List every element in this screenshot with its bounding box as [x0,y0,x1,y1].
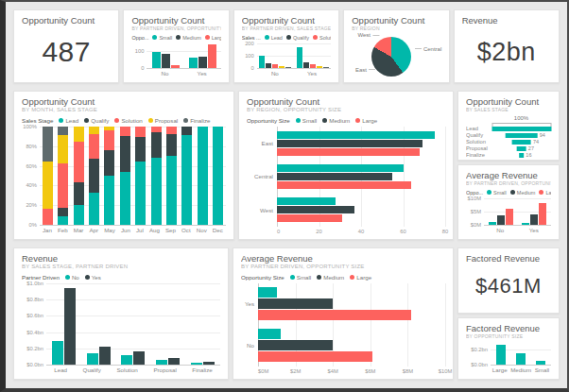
bar-groups [46,283,220,365]
x-tick-label: $8M [403,368,413,374]
funnel-row-proposal[interactable]: Proposal27 [466,145,551,152]
bar-group-no[interactable] [152,43,180,68]
legend-item-large[interactable]: Large [205,35,221,41]
bar-group-large[interactable] [496,342,506,365]
legend-item-large[interactable]: Large [355,117,377,124]
bar-group-solution[interactable] [121,283,145,365]
bar-group-jul[interactable] [135,127,146,225]
tile-average-revenue-columns[interactable]: Average RevenueBY PARTNER DRIVEN, OPPORT… [457,164,560,240]
bar-group-yes[interactable] [522,198,546,225]
bar-group-proposal[interactable] [156,283,180,365]
legend-item-small[interactable]: Small [487,190,507,196]
bar-group-small[interactable] [536,342,545,365]
bar-group-yes[interactable] [189,43,216,68]
funnel-row-lead[interactable]: Lead [466,126,551,132]
legend-dot-icon [355,118,360,123]
legend-dot-icon [84,118,89,123]
funnel-bar-value: 16 [526,152,531,158]
pie-circle[interactable] [371,37,411,77]
legend-dot-icon [148,118,153,123]
bar-group-aug[interactable] [151,127,162,225]
funnel: 100%LeadQualify94Solution74Proposal27Fin… [466,115,551,161]
legend-item-medium[interactable]: Medium [176,35,201,41]
bar-group-jan[interactable] [43,127,53,225]
bar-groups [484,198,551,225]
legend-item-large[interactable]: Large [539,190,551,196]
bar-large [258,351,372,362]
bar-group-jun[interactable] [120,127,130,225]
legend-item-medium[interactable]: Medium [322,117,350,124]
bar-group-lead[interactable] [52,283,76,365]
chart-area: YesNo [241,283,445,366]
bar-group-feb[interactable] [58,127,68,225]
bar-group-no[interactable] [489,198,513,225]
tile-opportunity-count-funnel[interactable]: Opportunity CountBY SALES STAGE100%LeadQ… [457,91,560,161]
tile-header: Factored RevenueBY OPPORTUNITY SIZE [466,323,551,340]
x-tick-label: 20 [316,229,321,234]
x-tick-label: Feb [58,227,68,235]
stacked-column [151,127,162,225]
bar-small [522,223,529,225]
funnel-stage-label: Finalize [466,152,491,158]
legend-item-small[interactable]: Small [290,274,311,281]
bar-group-medium[interactable] [516,342,526,365]
tile-factored-revenue-by-size[interactable]: Factored RevenueBY OPPORTUNITY SIZE$0.2b… [457,317,560,380]
legend-item-qualify[interactable]: Qualify [286,35,309,41]
bar-row-yes[interactable] [258,287,445,320]
bar-row-east[interactable] [277,131,445,156]
legend-item-lead[interactable]: Lead [265,35,283,41]
bar-group-yes[interactable] [297,43,329,68]
tile-opportunity-count-by-region-size[interactable]: Opportunity CountBY REGION, OPPORTUNITY … [238,91,454,240]
legend-item-medium[interactable]: Medium [317,274,344,281]
legend-item-small[interactable]: Small [152,35,172,41]
bar-row-no[interactable] [258,329,445,362]
funnel-row-finalize[interactable]: Finalize16 [466,152,551,159]
tile-opportunity-count-by-partner-driven-size[interactable]: Opportunity CountBY PARTNER DRIVEN, OPPO… [123,9,229,83]
bar-group-oct[interactable] [181,127,192,225]
bar-group-no[interactable] [259,43,291,68]
bar-group-mar[interactable] [74,127,84,225]
x-tick-label: Medium [510,366,531,375]
legend-dot-icon [65,275,70,280]
legend-item-no[interactable]: No [65,274,79,281]
legend: Opportunity SizeSmallMediumLarge [241,274,445,281]
legend-item-solution[interactable]: Solution [114,117,142,124]
legend-item-medium[interactable]: Medium [510,190,536,196]
legend-item-large[interactable]: Large [350,274,371,281]
legend-item-finalize[interactable]: Finalize [183,117,210,124]
segment-lead [120,172,130,225]
legend-item-solution[interactable]: Solution [313,35,331,41]
legend-item-small[interactable]: Small [296,117,317,124]
tile-average-revenue-hbars[interactable]: Average RevenueBY PARTNER DRIVEN, OPPORT… [233,247,454,380]
legend-item-lead[interactable]: Lead [59,117,78,124]
tile-opportunity-count-card[interactable]: Opportunity Count487 [13,9,119,83]
legend-item-yes[interactable]: Yes [85,274,101,281]
bar-row-west[interactable] [277,197,445,222]
tile-header: Opportunity CountBY PARTNER DRIVEN, OPPO… [131,15,220,32]
bar-group-sep[interactable] [166,127,177,225]
bar-group-finalize[interactable] [191,283,215,365]
y-tick-label: 100 [135,48,145,54]
tile-revenue-by-sales-stage[interactable]: RevenueBY SALES STAGE, PARTNER DRIVENPar… [13,247,229,380]
bar-row-central[interactable] [277,164,445,189]
tile-opportunity-count-by-month-sales-stage[interactable]: Opportunity CountBY MONTH, SALES STAGESa… [13,91,234,240]
funnel-row-qualify[interactable]: Qualify94 [466,132,551,139]
tile-opportunity-count-by-region-pie[interactable]: Opportunity CountBY REGIONCentralEastWes… [343,9,449,83]
bar-group-dec[interactable] [213,127,223,225]
legend-item-qualify[interactable]: Qualify [84,117,109,124]
chart-area: $10M$5M$0M [466,198,551,225]
x-tick-label: $0M [258,368,268,374]
segment-finalize [58,127,68,135]
tile-factored-revenue-card[interactable]: Factored Revenue$461M [457,247,560,314]
legend-item-proposal[interactable]: Proposal [148,117,178,124]
tile-revenue-card[interactable]: Revenue$2bn [454,9,560,83]
stacked-column [89,127,99,225]
bar-group-may[interactable] [104,127,114,225]
bar-group-qualify[interactable] [87,283,111,365]
segment-solution [135,127,146,137]
tile-opportunity-count-by-partner-driven-stage[interactable]: Opportunity CountBY PARTNER DRIVEN, SALE… [233,9,339,83]
bar-no [156,360,167,365]
funnel-row-solution[interactable]: Solution74 [466,139,551,145]
bar-group-nov[interactable] [198,127,208,225]
bar-group-apr[interactable] [89,127,99,225]
